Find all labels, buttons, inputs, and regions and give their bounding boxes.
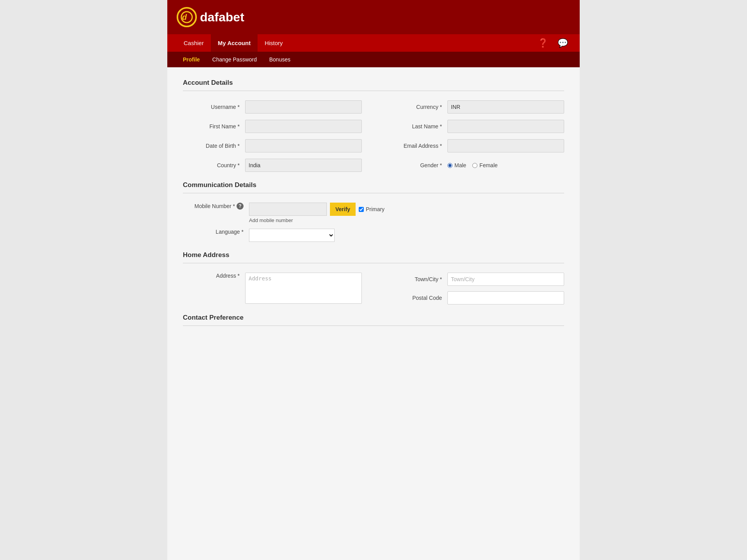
logo[interactable]: d dafabet [177, 7, 244, 27]
address-label: Address * [183, 273, 245, 279]
language-select[interactable]: English Hindi [249, 229, 335, 242]
logo-text: dafabet [200, 10, 244, 24]
language-label: Language * [216, 229, 244, 235]
postal-row: Postal Code [385, 291, 564, 304]
username-input[interactable] [245, 100, 362, 114]
home-address-title: Home Address [183, 251, 564, 259]
contact-preference-title: Contact Preference [183, 314, 564, 322]
postal-input[interactable] [447, 291, 564, 304]
firstname-label: First Name * [183, 123, 245, 130]
logo-icon: d [177, 7, 197, 27]
contact-preference-divider [183, 326, 564, 326]
gender-male-label: Male [454, 162, 466, 168]
sub-nav: Profile Change Password Bonuses [167, 52, 580, 67]
address-row: Address * [183, 273, 362, 304]
lastname-input[interactable] [447, 120, 564, 133]
dob-row: Date of Birth * [183, 139, 362, 152]
country-row: Country * [183, 159, 362, 172]
add-mobile-link[interactable]: Add mobile number [249, 217, 564, 223]
home-address-form: Address * Town/City * Postal Code [183, 273, 564, 304]
chat-icon-button[interactable]: 💬 [555, 37, 570, 50]
mobile-input-wrapper [249, 203, 327, 216]
svg-text:d: d [182, 13, 187, 21]
sub-nav-change-password[interactable]: Change Password [206, 52, 263, 67]
gender-female-option[interactable]: Female [472, 162, 498, 168]
username-label: Username * [183, 104, 245, 110]
lastname-row: Last Name * [385, 120, 564, 133]
gender-male-radio[interactable] [447, 163, 452, 168]
header: d dafabet [167, 0, 580, 34]
mobile-right: Verify Primary Add mobile number [249, 203, 564, 223]
currency-input[interactable] [447, 100, 564, 114]
mobile-label-wrapper: Mobile Number * ? [183, 203, 249, 210]
primary-label: Primary [366, 206, 384, 212]
chat-icon: 💬 [558, 38, 568, 48]
dob-input[interactable] [245, 139, 362, 152]
email-input[interactable] [447, 139, 564, 152]
gender-female-label: Female [479, 162, 498, 168]
account-details-title: Account Details [183, 79, 564, 87]
language-row: Language * English Hindi [183, 229, 564, 242]
home-address-section: Home Address Address * Town/City * [183, 251, 564, 304]
town-row: Town/City * [385, 273, 564, 286]
account-details-section: Account Details Username * Currency * Fi… [183, 79, 564, 172]
primary-check: Primary [359, 206, 384, 212]
mobile-help-icon[interactable]: ? [237, 203, 244, 210]
dob-label: Date of Birth * [183, 143, 245, 149]
firstname-input[interactable] [245, 120, 362, 133]
main-content: Account Details Username * Currency * Fi… [167, 67, 580, 347]
gender-male-option[interactable]: Male [447, 162, 466, 168]
question-icon: ❓ [538, 38, 548, 48]
help-icon-button[interactable]: ❓ [535, 37, 551, 50]
nav-my-account[interactable]: My Account [211, 34, 258, 52]
account-details-divider [183, 91, 564, 91]
country-input[interactable] [245, 159, 362, 172]
email-label: Email Address * [385, 143, 447, 149]
main-nav: Cashier My Account History ❓ 💬 [167, 34, 580, 52]
communication-details-section: Communication Details Mobile Number * ? … [183, 181, 564, 242]
gender-label: Gender * [385, 162, 447, 168]
nav-history[interactable]: History [258, 34, 290, 52]
home-address-divider [183, 263, 564, 263]
gender-row: Gender * Male Female [385, 159, 564, 172]
town-input[interactable] [447, 273, 564, 286]
nav-left: Cashier My Account History [177, 34, 290, 52]
language-label-wrapper: Language * [183, 229, 249, 235]
username-row: Username * [183, 100, 362, 114]
lastname-label: Last Name * [385, 123, 447, 130]
mobile-label: Mobile Number * [195, 203, 235, 209]
account-details-form: Username * Currency * First Name * Last … [183, 100, 564, 172]
gender-female-radio[interactable] [472, 163, 477, 168]
country-label: Country * [183, 162, 245, 168]
postal-label: Postal Code [385, 295, 447, 301]
mobile-input-row: Verify Primary [249, 203, 564, 216]
nav-right: ❓ 💬 [535, 37, 570, 50]
currency-row: Currency * [385, 100, 564, 114]
nav-cashier[interactable]: Cashier [177, 34, 211, 52]
contact-preference-section: Contact Preference [183, 314, 564, 326]
email-row: Email Address * [385, 139, 564, 152]
primary-checkbox[interactable] [359, 207, 364, 212]
currency-label: Currency * [385, 104, 447, 110]
town-postal-col: Town/City * Postal Code [385, 273, 564, 304]
communication-details-title: Communication Details [183, 181, 564, 189]
firstname-row: First Name * [183, 120, 362, 133]
verify-button[interactable]: Verify [330, 203, 356, 216]
sub-nav-bonuses[interactable]: Bonuses [263, 52, 296, 67]
sub-nav-profile[interactable]: Profile [177, 52, 206, 67]
address-textarea[interactable] [245, 273, 362, 304]
language-right: English Hindi [249, 229, 564, 242]
communication-details-divider [183, 193, 564, 193]
mobile-input[interactable] [249, 203, 327, 216]
gender-options: Male Female [447, 162, 504, 168]
mobile-number-row: Mobile Number * ? Verify Primary [183, 203, 564, 223]
town-label: Town/City * [385, 276, 447, 282]
